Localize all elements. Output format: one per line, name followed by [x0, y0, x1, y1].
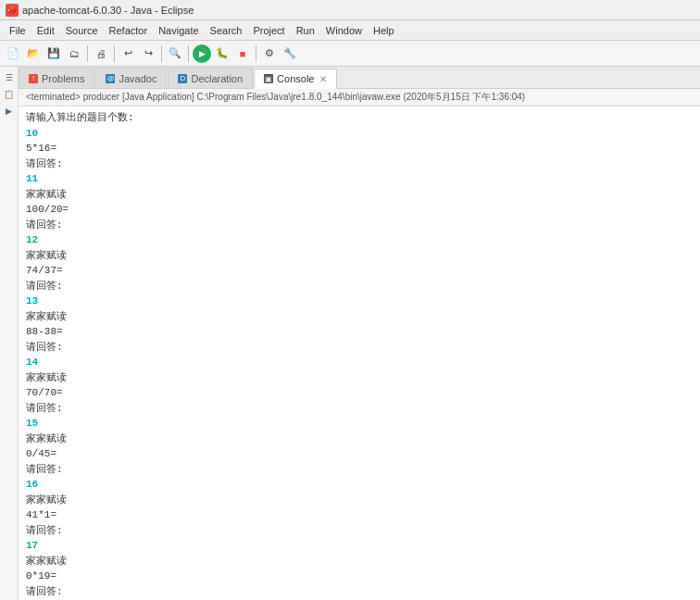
console-header-text: <terminated> producer [Java Application]… [26, 92, 525, 102]
menu-run[interactable]: Run [291, 23, 320, 38]
menu-project[interactable]: Project [247, 23, 290, 38]
sidebar-icon-3[interactable]: ▶ [2, 104, 17, 119]
console-line: 13 [26, 294, 693, 309]
console-line: 16 [26, 477, 693, 493]
tab-javadoc-label: Javadoc [119, 73, 156, 84]
console-line: 11 [26, 171, 693, 187]
open-btn[interactable]: 📂 [24, 44, 43, 63]
ext2[interactable]: 🔧 [281, 44, 299, 63]
console-line: 家家赋读 [26, 309, 693, 325]
console-content[interactable]: 请输入算出的题目个数:105*16=请回答:11家家赋读100/20=请回答:1… [19, 106, 700, 600]
tab-javadoc[interactable]: @ Javadoc [95, 68, 167, 88]
problems-icon: ! [29, 74, 38, 83]
console-header: <terminated> producer [Java Application]… [19, 89, 700, 106]
menu-refactor[interactable]: Refactor [104, 23, 154, 38]
sidebar-icon-1[interactable]: ☰ [2, 70, 17, 85]
console-line: 家家赋读 [26, 248, 693, 264]
declaration-icon: D [178, 74, 187, 83]
window-title: apache-tomcat-6.0.30 - Java - Eclipse [22, 5, 194, 16]
tab-declaration-label: Declaration [191, 73, 243, 84]
console-line: 41*1= [26, 507, 693, 523]
tab-console-label: Console [277, 73, 314, 84]
console-line: 家家赋读 [26, 370, 693, 386]
sidebar-icon-2[interactable]: 📋 [2, 87, 17, 102]
console-line: 5*16= [26, 141, 693, 156]
menu-source[interactable]: Source [60, 23, 104, 38]
stop-btn[interactable]: ■ [233, 44, 252, 63]
save-btn[interactable]: 💾 [44, 44, 63, 63]
save-all-btn[interactable]: 🗂 [65, 44, 83, 63]
new-btn[interactable]: 📄 [4, 44, 22, 63]
console-line: 家家赋读 [26, 431, 693, 447]
tab-console[interactable]: ▣ Console ✕ [254, 69, 337, 89]
console-line: 家家赋读 [26, 493, 693, 508]
console-line: 0/45= [26, 446, 693, 462]
content-area: ! Problems @ Javadoc D Declaration ▣ Con… [19, 67, 700, 600]
console-line: 请回答: [26, 523, 693, 539]
menu-window[interactable]: Window [320, 23, 368, 38]
console-line: 请输入算出的题目个数: [26, 110, 693, 126]
console-line: 15 [26, 416, 693, 431]
console-line: 12 [26, 232, 693, 248]
toolbar: 📄 📂 💾 🗂 🖨 ↩ ↪ 🔍 ▶ 🐛 ■ ⚙ 🔧 [0, 41, 700, 67]
ext1[interactable]: ⚙ [260, 44, 279, 63]
sep1 [87, 45, 88, 62]
sep3 [161, 45, 162, 62]
sep4 [188, 45, 189, 62]
tab-problems[interactable]: ! Problems [19, 68, 94, 88]
app-icon: 🍅 [6, 4, 19, 17]
menu-navigate[interactable]: Navigate [153, 23, 204, 38]
undo-btn[interactable]: ↩ [119, 44, 137, 63]
sep2 [114, 45, 115, 62]
debug-btn[interactable]: 🐛 [213, 44, 231, 63]
console-line: 请回答: [26, 401, 693, 417]
menu-help[interactable]: Help [368, 23, 400, 38]
menu-file[interactable]: File [4, 23, 31, 38]
console-line: 请回答: [26, 584, 693, 600]
redo-btn[interactable]: ↪ [139, 44, 157, 63]
left-sidebar: ☰ 📋 ▶ [0, 67, 19, 600]
tab-declaration[interactable]: D Declaration [168, 68, 253, 88]
console-line: 74/37= [26, 263, 693, 279]
sep5 [256, 45, 256, 62]
console-line: 请回答: [26, 156, 693, 172]
print-btn[interactable]: 🖨 [92, 44, 110, 63]
javadoc-icon: @ [106, 74, 115, 83]
menu-edit[interactable]: Edit [31, 23, 60, 38]
console-line: 10 [26, 126, 693, 142]
menu-bar: File Edit Source Refactor Navigate Searc… [0, 20, 700, 41]
console-line: 70/70= [26, 385, 693, 401]
console-line: 17 [26, 538, 693, 554]
tab-bar: ! Problems @ Javadoc D Declaration ▣ Con… [19, 67, 700, 89]
console-line: 请回答: [26, 462, 693, 478]
console-line: 家家赋读 [26, 187, 693, 203]
run-btn[interactable]: ▶ [193, 44, 211, 63]
console-line: 请回答: [26, 218, 693, 233]
title-bar: 🍅 apache-tomcat-6.0.30 - Java - Eclipse [0, 0, 700, 20]
main-layout: ☰ 📋 ▶ ! Problems @ Javadoc D Declaration… [0, 67, 700, 600]
search-btn[interactable]: 🔍 [166, 44, 184, 63]
console-icon: ▣ [264, 74, 273, 83]
menu-search[interactable]: Search [205, 23, 248, 38]
tab-problems-label: Problems [42, 73, 84, 84]
console-line: 14 [26, 355, 693, 370]
console-line: 请回答: [26, 340, 693, 356]
console-line: 100/20= [26, 202, 693, 218]
console-line: 0*19= [26, 569, 693, 584]
console-line: 88-38= [26, 324, 693, 340]
console-line: 家家赋读 [26, 554, 693, 569]
console-line: 请回答: [26, 279, 693, 294]
console-close-btn[interactable]: ✕ [319, 74, 327, 84]
